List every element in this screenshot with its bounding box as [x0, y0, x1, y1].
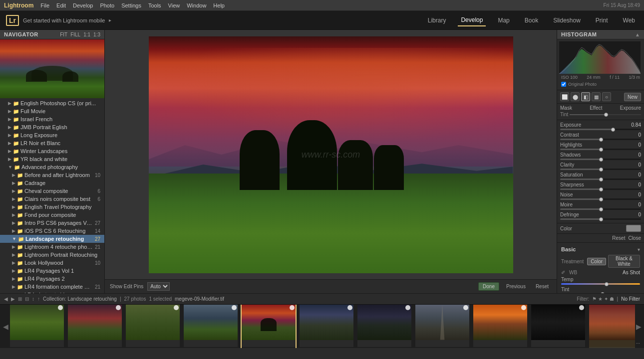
radial-filter-tool[interactable]: ○: [602, 92, 611, 101]
folder-item[interactable]: ▶📁 Long Exposure: [0, 131, 104, 139]
menu-view[interactable]: View: [168, 2, 180, 8]
basic-header[interactable]: Basic ▾: [561, 245, 640, 254]
folder-landscape-retouching[interactable]: ▼📁 Landscape retouching27: [0, 235, 104, 243]
bw-treatment-btn[interactable]: Black & White: [608, 255, 640, 268]
folder-item[interactable]: ▶📁 English Travel Photography: [0, 203, 104, 211]
folder-item[interactable]: ▶📁 Cheval composite6: [0, 187, 104, 195]
folder-item[interactable]: ▶📁 Full Movie: [0, 107, 104, 115]
highlights-slider[interactable]: [560, 149, 641, 150]
pins-select[interactable]: Auto: [147, 282, 170, 291]
filmstrip-icon-3[interactable]: ⊞: [18, 296, 22, 302]
basic-panel: Basic ▾ Treatment Color Black & White ✐ …: [557, 243, 644, 293]
previous-button[interactable]: Previous: [503, 283, 529, 290]
sharpness-slider[interactable]: [560, 188, 641, 190]
folder-item[interactable]: ▼📁 Advanced photography: [0, 163, 104, 171]
menu-settings[interactable]: Settings: [121, 2, 141, 8]
contrast-slider[interactable]: [560, 139, 641, 140]
crop-tool[interactable]: ⬜: [560, 92, 569, 101]
folder-item[interactable]: ▶📁 LR4 Paysages Vol 1: [0, 267, 104, 275]
defringe-slider[interactable]: [560, 218, 641, 220]
nav-fill[interactable]: FILL: [70, 32, 80, 37]
filmstrip-icon-4[interactable]: ⊟: [25, 296, 29, 302]
moire-slider[interactable]: [560, 208, 641, 210]
folder-item[interactable]: ▶📁 Clairs noirs composite best6: [0, 195, 104, 203]
color-label: Color: [560, 226, 572, 231]
menu-file[interactable]: File: [40, 2, 49, 8]
thumbnail-2[interactable]: [68, 304, 122, 348]
saturation-slider[interactable]: [560, 179, 641, 180]
thumbnail-10[interactable]: [531, 304, 585, 348]
folder-item[interactable]: ▶📁 LR4 formation complete Part 321: [0, 283, 104, 291]
new-button[interactable]: New: [624, 93, 641, 101]
thumbnail-1[interactable]: [10, 304, 64, 348]
thumbnail-7[interactable]: [357, 304, 411, 348]
folder-item[interactable]: ▶📁 Cadrage: [0, 179, 104, 187]
reset-mask-btn[interactable]: Reset: [612, 235, 625, 241]
nav-map[interactable]: Map: [495, 15, 512, 26]
spot-removal-tool[interactable]: ⬤: [571, 92, 580, 101]
thumbnail-6[interactable]: [300, 304, 353, 348]
nav-1-3[interactable]: 1:3: [93, 32, 100, 37]
folder-item[interactable]: ▶📁 LR4 Paysages 2: [0, 275, 104, 283]
nav-print[interactable]: Print: [593, 15, 611, 26]
nav-slideshow[interactable]: Slideshow: [550, 15, 584, 26]
no-filter-label[interactable]: No Filter: [621, 296, 640, 302]
folder-item[interactable]: ▶📁 Before and after Lightroom10: [0, 171, 104, 179]
nav-1-1[interactable]: 1:1: [83, 32, 90, 37]
filmstrip-icon-5[interactable]: ↕: [32, 296, 34, 302]
filmstrip-icon-1[interactable]: ◀: [4, 296, 8, 302]
nav-library[interactable]: Library: [425, 15, 449, 26]
original-photo-checkbox[interactable]: [561, 82, 566, 87]
clarity-slider[interactable]: [560, 169, 641, 170]
promo-text[interactable]: Get started with Lightroom mobile: [23, 17, 105, 23]
thumbnail-9[interactable]: [473, 304, 527, 348]
folder-item[interactable]: ▶📁 Lightroom Portrait Retouching: [0, 251, 104, 259]
folder-item[interactable]: ▶📁 LR Noir et Blanc: [0, 139, 104, 147]
temp-slider[interactable]: [561, 283, 640, 285]
reset-button[interactable]: Reset: [533, 283, 552, 290]
thumbnail-8[interactable]: [415, 304, 469, 348]
done-button[interactable]: Done: [478, 282, 499, 291]
navigator-header[interactable]: Navigator FIT FILL 1:1 1:3: [0, 30, 104, 39]
noise-slider[interactable]: [560, 198, 641, 200]
folder-item[interactable]: ▶📁 Fond pour composite: [0, 211, 104, 219]
menu-develop[interactable]: Develop: [73, 2, 93, 8]
thumbnail-3[interactable]: [126, 304, 180, 348]
graduated-filter-tool[interactable]: ▦: [592, 92, 601, 101]
folder-item[interactable]: ▶📁 Israel French: [0, 115, 104, 123]
menu-help[interactable]: Help: [213, 2, 225, 8]
folder-item[interactable]: ▶📁 YR black and white: [0, 155, 104, 163]
tool-strip: ⬜ ⬤ ◧ ▦ ○ New: [557, 90, 644, 104]
menu-window[interactable]: Window: [187, 2, 206, 8]
nav-develop[interactable]: Develop: [458, 14, 486, 26]
thumbnail-11[interactable]: [589, 304, 635, 348]
thumbnail-4[interactable]: [184, 304, 238, 348]
filmstrip-prev-nav[interactable]: ◀: [2, 307, 9, 346]
folder-item[interactable]: ▶📁 LR4 photo et video: [0, 291, 104, 293]
exposure-slider[interactable]: [560, 129, 641, 130]
adjustment-brush-tool[interactable]: ◧: [581, 92, 590, 101]
close-mask-btn[interactable]: Close: [628, 235, 641, 241]
folder-item[interactable]: ▶📁 English Photoshop CS (or pri...: [0, 99, 104, 107]
menu-tools[interactable]: Tools: [148, 2, 161, 8]
tint-slider[interactable]: [570, 114, 641, 115]
folder-item[interactable]: ▶📁 Lightroom 4 retouche photos...21: [0, 243, 104, 251]
histogram-header[interactable]: Histogram ▲: [557, 30, 644, 39]
eyedropper-icon[interactable]: ✐: [561, 270, 567, 275]
folder-item[interactable]: ▶📁 Winter Landscapes: [0, 147, 104, 155]
color-swatch[interactable]: [626, 225, 641, 232]
nav-web[interactable]: Web: [620, 15, 638, 26]
folder-item[interactable]: ▶📁 iOS PS CS 6 Retouching14: [0, 227, 104, 235]
folder-item[interactable]: ▶📁 JMB Portrait Eglish: [0, 123, 104, 131]
filmstrip-icon-2[interactable]: ▶: [11, 296, 15, 302]
thumbnail-5-selected[interactable]: [242, 304, 296, 348]
filmstrip-icon-6[interactable]: ↑: [37, 296, 40, 302]
shadows-slider[interactable]: [560, 159, 641, 160]
nav-book[interactable]: Book: [522, 15, 541, 26]
color-treatment-btn[interactable]: Color: [587, 258, 606, 265]
menu-photo[interactable]: Photo: [100, 2, 114, 8]
folder-item[interactable]: ▶📁 Look Hollywood10: [0, 259, 104, 267]
folder-item[interactable]: ▶📁 Intro PS CS6 paysages Vol 127: [0, 219, 104, 227]
menu-edit[interactable]: Edit: [56, 2, 66, 8]
nav-fit[interactable]: FIT: [60, 32, 67, 37]
